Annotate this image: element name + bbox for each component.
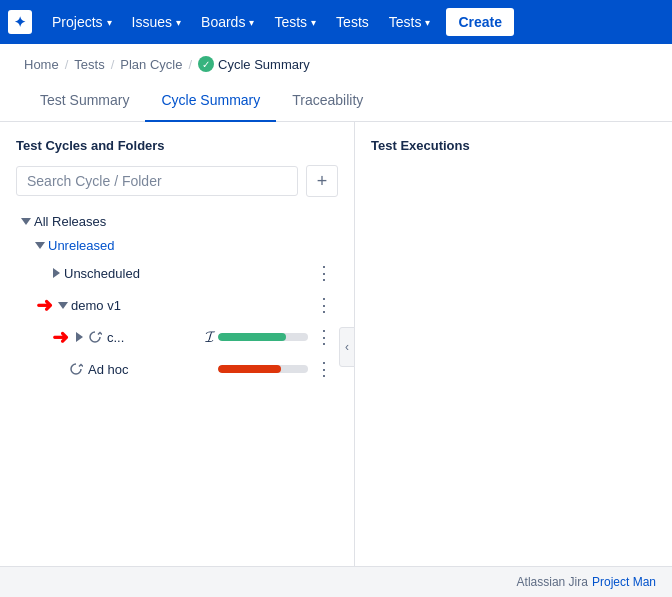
unreleased-toggle[interactable] xyxy=(32,237,48,253)
demo-v1-more-button[interactable]: ⋮ xyxy=(312,293,336,317)
breadcrumb-sep-2: / xyxy=(111,57,115,72)
search-container: + xyxy=(16,165,338,197)
unscheduled-toggle[interactable] xyxy=(48,265,64,281)
unreleased-triangle-icon xyxy=(35,242,45,249)
tree-cycle-item[interactable]: ➜ c... 𝓘 ⋮ xyxy=(16,321,338,353)
red-arrow-demo-v1: ➜ xyxy=(36,293,53,317)
breadcrumb-home[interactable]: Home xyxy=(24,57,59,72)
nav-tests-1-chevron-icon: ▾ xyxy=(311,17,316,28)
nav-issues-label: Issues xyxy=(132,14,172,30)
left-panel-title: Test Cycles and Folders xyxy=(16,138,338,153)
nav-tests-1[interactable]: Tests ▾ xyxy=(266,10,324,34)
nav-boards[interactable]: Boards ▾ xyxy=(193,10,262,34)
nav-projects-chevron-icon: ▾ xyxy=(107,17,112,28)
breadcrumb-plan-cycle[interactable]: Plan Cycle xyxy=(120,57,182,72)
demo-v1-label: demo v1 xyxy=(71,298,312,313)
cursor-icon: 𝓘 xyxy=(205,328,214,346)
nav-logo: ✦ xyxy=(8,10,32,34)
cycle-more-button[interactable]: ⋮ xyxy=(312,325,336,349)
collapse-arrow-icon: ‹ xyxy=(345,340,349,354)
left-panel: Test Cycles and Folders + All Releases xyxy=(0,122,355,572)
nav-boards-label: Boards xyxy=(201,14,245,30)
cycle-refresh-icon xyxy=(87,329,103,345)
nav-issues[interactable]: Issues ▾ xyxy=(124,10,189,34)
unreleased-label: Unreleased xyxy=(48,238,336,253)
main-content: Test Cycles and Folders + All Releases xyxy=(0,122,672,572)
unscheduled-more-button[interactable]: ⋮ xyxy=(312,261,336,285)
nav-issues-chevron-icon: ▾ xyxy=(176,17,181,28)
triangle-down-icon xyxy=(21,218,31,225)
tabs-container: Test Summary Cycle Summary Traceability xyxy=(0,80,672,122)
breadcrumb-sep-3: / xyxy=(188,57,192,72)
tree-unreleased[interactable]: Unreleased xyxy=(16,233,338,257)
unscheduled-label: Unscheduled xyxy=(64,266,312,281)
breadcrumb-sep-1: / xyxy=(65,57,69,72)
nav-tests-2[interactable]: Tests xyxy=(328,10,377,34)
all-releases-label: All Releases xyxy=(34,214,336,229)
ad-hoc-label: Ad hoc xyxy=(88,362,218,377)
unscheduled-triangle-icon xyxy=(53,268,60,278)
cycle-progress-fill xyxy=(218,333,286,341)
cycle-label: c... xyxy=(107,330,201,345)
tree-demo-v1[interactable]: ➜ demo v1 ⋮ xyxy=(16,289,338,321)
cycle-tree: All Releases Unreleased Unscheduled ⋮ xyxy=(16,209,338,385)
nav-tests-3-chevron-icon: ▾ xyxy=(425,17,430,28)
breadcrumb-tests[interactable]: Tests xyxy=(74,57,104,72)
breadcrumb-current-label: Cycle Summary xyxy=(218,57,310,72)
nav-tests-1-label: Tests xyxy=(274,14,307,30)
nav-projects[interactable]: Projects ▾ xyxy=(44,10,120,34)
breadcrumb-current: ✓ Cycle Summary xyxy=(198,56,310,72)
adhoc-more-button[interactable]: ⋮ xyxy=(312,357,336,381)
tab-cycle-summary-label: Cycle Summary xyxy=(161,92,260,108)
tree-unscheduled[interactable]: Unscheduled ⋮ xyxy=(16,257,338,289)
tab-test-summary[interactable]: Test Summary xyxy=(24,80,145,122)
cycle-toggle[interactable] xyxy=(71,329,87,345)
right-panel: Test Executions xyxy=(355,122,672,572)
add-icon: + xyxy=(317,171,328,192)
tree-ad-hoc[interactable]: Ad hoc ⋮ xyxy=(16,353,338,385)
cycle-progress-bar xyxy=(218,333,308,341)
nav-projects-label: Projects xyxy=(52,14,103,30)
search-input[interactable] xyxy=(16,166,298,196)
red-arrow-cycle: ➜ xyxy=(52,325,69,349)
demo-v1-toggle[interactable] xyxy=(55,297,71,313)
nav-tests-2-label: Tests xyxy=(336,14,369,30)
breadcrumb: Home / Tests / Plan Cycle / ✓ Cycle Summ… xyxy=(0,44,672,80)
breadcrumb-check-icon: ✓ xyxy=(198,56,214,72)
cycle-triangle-icon xyxy=(76,332,83,342)
tree-all-releases[interactable]: All Releases xyxy=(16,209,338,233)
adhoc-progress-fill xyxy=(218,365,281,373)
all-releases-toggle[interactable] xyxy=(18,213,34,229)
tab-test-summary-label: Test Summary xyxy=(40,92,129,108)
demo-v1-triangle-icon xyxy=(58,302,68,309)
nav-tests-3[interactable]: Tests ▾ xyxy=(381,10,439,34)
nav-boards-chevron-icon: ▾ xyxy=(249,17,254,28)
footer: Atlassian Jira Project Man xyxy=(0,566,672,572)
tab-traceability-label: Traceability xyxy=(292,92,363,108)
create-button[interactable]: Create xyxy=(446,8,514,36)
collapse-panel-button[interactable]: ‹ xyxy=(339,327,355,367)
right-panel-title: Test Executions xyxy=(371,138,656,153)
top-nav: ✦ Projects ▾ Issues ▾ Boards ▾ Tests ▾ T… xyxy=(0,0,672,44)
tab-cycle-summary[interactable]: Cycle Summary xyxy=(145,80,276,122)
tab-traceability[interactable]: Traceability xyxy=(276,80,379,122)
adhoc-progress-bar xyxy=(218,365,308,373)
adhoc-cycle-icon xyxy=(68,361,84,377)
add-cycle-button[interactable]: + xyxy=(306,165,338,197)
nav-tests-3-label: Tests xyxy=(389,14,422,30)
